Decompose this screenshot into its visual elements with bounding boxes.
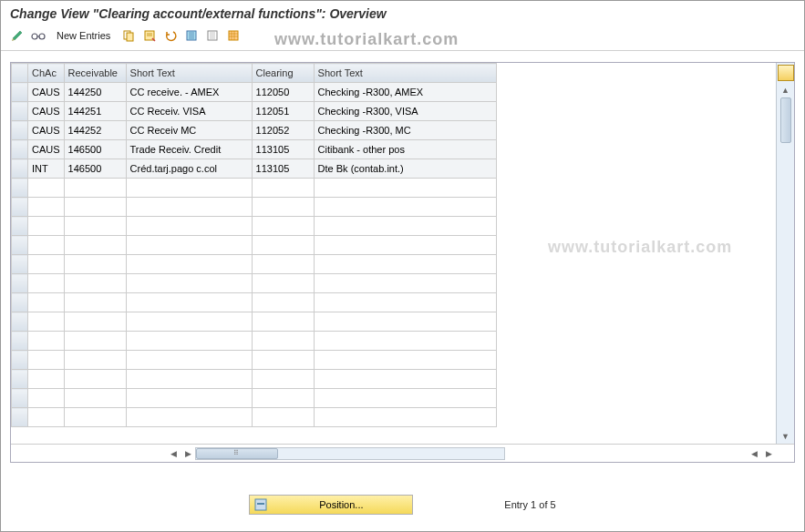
cell-empty[interactable] xyxy=(126,217,252,236)
cell-empty[interactable] xyxy=(252,217,314,236)
scroll-right-button[interactable]: ▶ xyxy=(181,446,195,461)
scroll-right-end-button[interactable]: ▶ xyxy=(761,446,776,461)
cell-empty[interactable] xyxy=(252,370,314,389)
row-selector[interactable] xyxy=(12,332,28,351)
cell-clearing[interactable]: 113105 xyxy=(252,159,314,179)
cell-empty[interactable] xyxy=(252,293,314,312)
cell-clearing[interactable]: 112051 xyxy=(252,102,314,121)
cell-empty[interactable] xyxy=(314,198,496,217)
cell-empty[interactable] xyxy=(252,408,314,427)
table-row-empty[interactable] xyxy=(12,255,497,274)
cell-empty[interactable] xyxy=(126,312,252,332)
cell-empty[interactable] xyxy=(28,351,65,370)
cell-empty[interactable] xyxy=(28,389,65,408)
deselect-all-icon[interactable] xyxy=(203,26,222,45)
table-settings-icon[interactable] xyxy=(224,26,243,45)
cell-chac[interactable]: CAUS xyxy=(28,140,65,159)
row-selector[interactable] xyxy=(12,312,28,332)
cell-shorttext1[interactable]: CC Receiv MC xyxy=(126,121,252,140)
cell-empty[interactable] xyxy=(314,332,496,351)
toggle-change-icon[interactable] xyxy=(8,26,26,45)
cell-empty[interactable] xyxy=(28,217,65,236)
cell-chac[interactable]: CAUS xyxy=(28,102,65,121)
cell-empty[interactable] xyxy=(126,332,252,351)
table-row-empty[interactable] xyxy=(12,389,497,408)
cell-shorttext2[interactable]: Citibank - other pos xyxy=(314,140,496,159)
scroll-left-end-button[interactable]: ◀ xyxy=(747,446,761,461)
cell-empty[interactable] xyxy=(28,312,65,332)
cell-empty[interactable] xyxy=(64,332,126,351)
cell-empty[interactable] xyxy=(64,408,126,427)
row-selector[interactable] xyxy=(12,408,28,427)
cell-empty[interactable] xyxy=(252,179,314,198)
cell-empty[interactable] xyxy=(314,389,496,408)
scroll-left-button[interactable]: ◀ xyxy=(166,446,181,461)
cell-empty[interactable] xyxy=(314,312,496,332)
cell-empty[interactable] xyxy=(252,332,314,351)
cell-empty[interactable] xyxy=(314,255,496,274)
cell-empty[interactable] xyxy=(28,198,65,217)
cell-empty[interactable] xyxy=(64,389,126,408)
cell-clearing[interactable]: 113105 xyxy=(252,140,314,159)
row-selector[interactable] xyxy=(12,217,28,236)
cell-empty[interactable] xyxy=(28,293,65,312)
cell-shorttext1[interactable]: Trade Receiv. Credit xyxy=(126,140,252,159)
table-row-empty[interactable] xyxy=(12,312,497,332)
table-row[interactable]: CAUS144251CC Receiv. VISA112051Checking … xyxy=(12,102,497,121)
row-selector[interactable] xyxy=(12,351,28,370)
cell-empty[interactable] xyxy=(252,389,314,408)
cell-shorttext1[interactable]: Créd.tarj.pago c.col xyxy=(126,159,252,179)
glasses-icon[interactable] xyxy=(29,26,47,45)
cell-empty[interactable] xyxy=(28,274,65,293)
cell-empty[interactable] xyxy=(252,351,314,370)
cell-empty[interactable] xyxy=(252,274,314,293)
table-row-empty[interactable] xyxy=(12,198,497,217)
cell-empty[interactable] xyxy=(314,274,496,293)
cell-empty[interactable] xyxy=(28,332,65,351)
select-all-icon[interactable] xyxy=(182,26,201,45)
row-selector[interactable] xyxy=(12,370,28,389)
table-row[interactable]: INT146500Créd.tarj.pago c.col113105Dte B… xyxy=(12,159,497,179)
hscroll-thumb[interactable]: ⠿ xyxy=(196,448,278,459)
cell-chac[interactable]: CAUS xyxy=(28,121,65,140)
cell-empty[interactable] xyxy=(64,236,126,255)
row-selector[interactable] xyxy=(12,140,28,159)
table-row[interactable]: CAUS146500Trade Receiv. Credit113105Citi… xyxy=(12,140,497,159)
col-header-shorttext1[interactable]: Short Text xyxy=(126,64,252,83)
table-row[interactable]: CAUS144252CC Receiv MC112052Checking -R3… xyxy=(12,121,497,140)
row-selector[interactable] xyxy=(12,236,28,255)
table-row-empty[interactable] xyxy=(12,332,497,351)
cell-chac[interactable]: INT xyxy=(28,159,65,179)
cell-empty[interactable] xyxy=(126,255,252,274)
row-selector[interactable] xyxy=(12,179,28,198)
cell-empty[interactable] xyxy=(252,312,314,332)
cell-empty[interactable] xyxy=(126,274,252,293)
cell-empty[interactable] xyxy=(64,255,126,274)
table-row-empty[interactable] xyxy=(12,217,497,236)
col-header-receivable[interactable]: Receivable xyxy=(64,64,126,83)
cell-empty[interactable] xyxy=(314,370,496,389)
cell-empty[interactable] xyxy=(28,408,65,427)
cell-empty[interactable] xyxy=(252,198,314,217)
col-header-shorttext2[interactable]: Short Text xyxy=(314,64,496,83)
vscroll-track[interactable] xyxy=(779,97,792,429)
cell-receivable[interactable]: 144251 xyxy=(64,102,126,121)
cell-shorttext2[interactable]: Checking -R300, MC xyxy=(314,121,496,140)
table-row[interactable]: CAUS144250CC receive. - AMEX112050Checki… xyxy=(12,83,497,102)
cell-empty[interactable] xyxy=(28,370,65,389)
cell-empty[interactable] xyxy=(64,293,126,312)
cell-receivable[interactable]: 144250 xyxy=(64,83,126,102)
cell-empty[interactable] xyxy=(28,255,65,274)
row-selector[interactable] xyxy=(12,293,28,312)
cell-empty[interactable] xyxy=(64,274,126,293)
position-button[interactable]: Position... xyxy=(249,495,413,515)
save-variant-icon[interactable] xyxy=(140,26,159,45)
table-row-empty[interactable] xyxy=(12,370,497,389)
cell-empty[interactable] xyxy=(314,236,496,255)
row-selector[interactable] xyxy=(12,198,28,217)
cell-empty[interactable] xyxy=(64,370,126,389)
undo-icon[interactable] xyxy=(161,26,180,45)
cell-clearing[interactable]: 112052 xyxy=(252,121,314,140)
cell-empty[interactable] xyxy=(126,198,252,217)
cell-empty[interactable] xyxy=(126,236,252,255)
